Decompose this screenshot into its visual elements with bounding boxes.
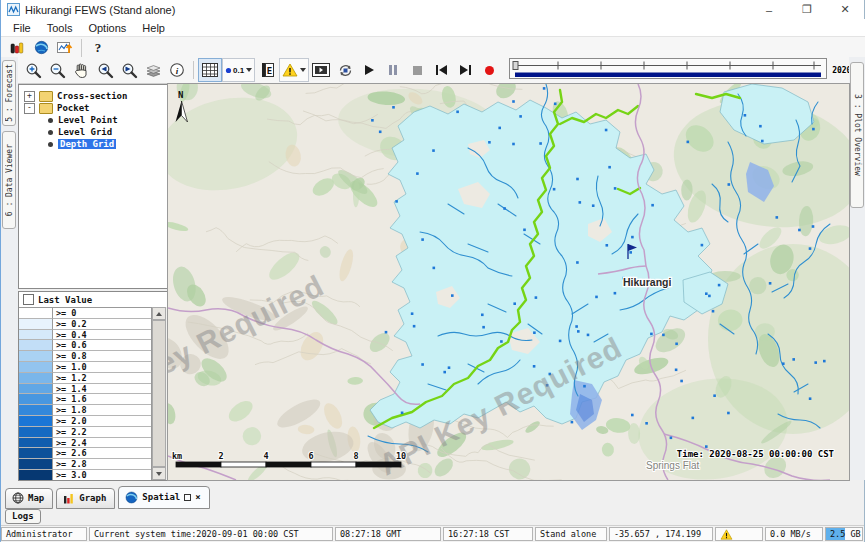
tree-item-level-point[interactable]: Level Point [19, 114, 167, 126]
scroll-down-icon[interactable] [152, 467, 166, 480]
maximize-button[interactable]: ❐ [788, 0, 826, 19]
status-bar: Administrator Current system time:2020-0… [1, 525, 864, 542]
zoom-next-icon[interactable] [117, 58, 141, 82]
tree-item-cross-section[interactable]: +Cross-section [19, 90, 167, 102]
map-view[interactable]: API Key RequiredAPI Key Required Hikuran… [168, 84, 849, 480]
legend-row: >= 2.0 [19, 416, 152, 427]
legend-class-label: >= 0.2 [53, 319, 152, 330]
menu-item-file[interactable]: File [5, 21, 39, 35]
node-dot-icon [48, 118, 53, 123]
contour-interval-value: 0.1 [233, 66, 244, 75]
svg-text:km: km [172, 451, 182, 461]
layers-icon[interactable] [141, 58, 165, 82]
legend-color-swatch [19, 340, 53, 351]
grid-display-icon[interactable] [198, 58, 222, 82]
legend-row: >= 1.0 [19, 362, 152, 373]
contour-interval-dropdown[interactable]: 0.1 [222, 58, 255, 82]
tab-close-icon[interactable]: × [195, 492, 200, 502]
step-back-button[interactable] [429, 58, 453, 82]
legend-scrollbar[interactable] [151, 307, 167, 480]
explorer-icon[interactable] [5, 36, 29, 60]
record-button[interactable] [477, 58, 501, 82]
legend-color-swatch [19, 405, 53, 416]
legend-toggle-icon[interactable]: E [255, 58, 279, 82]
svg-text:8: 8 [353, 451, 358, 461]
stop-button[interactable] [405, 58, 429, 82]
export-animation-icon[interactable] [333, 58, 357, 82]
tab-map[interactable]: Map [5, 488, 53, 509]
tree-item-depth-grid[interactable]: Depth Grid [19, 138, 167, 150]
logs-bar: Logs [1, 509, 864, 525]
legend-class-list: >= 0>= 0.2>= 0.4>= 0.6>= 0.8>= 1.0>= 1.2… [19, 307, 152, 480]
zoom-out-icon[interactable] [45, 58, 69, 82]
tab-logs[interactable]: Logs [5, 509, 41, 524]
legend-color-swatch [19, 416, 53, 427]
legend-row: >= 3.0 [19, 470, 152, 481]
svg-text:4: 4 [263, 451, 268, 461]
legend-color-swatch [19, 394, 53, 405]
menu-bar: FileToolsOptionsHelp [1, 19, 865, 36]
status-memory: 2.5 GB [825, 527, 863, 541]
tab-forecast[interactable]: 5 : Forecast [2, 60, 16, 126]
globe-icon[interactable] [29, 36, 53, 60]
svg-text:N: N [178, 90, 183, 100]
locality-label: Springs Flat [646, 460, 700, 471]
tab-data-viewer[interactable]: 6 : Data Viewer [2, 131, 16, 229]
legend-class-label: >= 0 [53, 308, 152, 319]
legend-row: >= 2.2 [19, 427, 152, 438]
minimize-button[interactable]: – [750, 0, 788, 19]
zoom-previous-icon[interactable] [93, 58, 117, 82]
legend-panel: Last Value >= 0>= 0.2>= 0.4>= 0.6>= 0.8>… [18, 291, 168, 481]
wireframe-globe-icon [12, 492, 24, 504]
legend-color-swatch [19, 330, 53, 341]
last-value-checkbox[interactable] [23, 294, 34, 305]
status-warning-cell[interactable] [715, 527, 763, 541]
play-button[interactable] [357, 58, 381, 82]
legend-class-label: >= 1.6 [53, 394, 152, 405]
tab-maximize-icon[interactable] [184, 494, 191, 501]
filter-tree-panel: +Cross-section-PocketLevel PointLevel Gr… [18, 84, 168, 289]
legend-color-swatch [19, 470, 53, 481]
toolbar-separator [193, 61, 194, 79]
display-series-icon[interactable] [53, 36, 77, 60]
tab-plot-overview[interactable]: 3 : Plot Overview [850, 62, 864, 208]
legend-color-swatch [19, 373, 53, 384]
app-window: Hikurangi FEWS (Stand alone) – ❐ ✕ FileT… [0, 0, 865, 542]
main-toolbar: ? [1, 36, 865, 58]
menu-item-help[interactable]: Help [134, 21, 173, 35]
info-icon[interactable]: i [165, 58, 189, 82]
scroll-up-icon[interactable] [152, 307, 166, 320]
menu-item-options[interactable]: Options [80, 21, 134, 35]
tree-item-level-grid[interactable]: Level Grid [19, 126, 167, 138]
pause-button[interactable] [381, 58, 405, 82]
tab-graph[interactable]: Graph [56, 488, 115, 509]
node-dot-icon [48, 130, 53, 135]
zoom-in-icon[interactable] [21, 58, 45, 82]
scrollbar-thumb[interactable] [152, 320, 166, 467]
legend-row: >= 2.8 [19, 459, 152, 470]
tree-item-label: Pocket [57, 103, 90, 113]
tab-spatial[interactable]: Spatial × [118, 486, 209, 509]
help-button[interactable]: ? [86, 36, 110, 60]
tree-expander-icon[interactable]: - [24, 103, 35, 114]
legend-class-label: >= 0.6 [53, 340, 152, 351]
time-slider[interactable] [509, 58, 827, 83]
tree-expander-icon[interactable]: + [24, 91, 35, 102]
animation-player-icon[interactable] [309, 58, 333, 82]
bottom-tab-bar: Map Graph Spatial × [1, 486, 864, 509]
legend-color-swatch [19, 384, 53, 395]
close-button[interactable]: ✕ [826, 0, 864, 19]
app-icon [7, 3, 20, 16]
menu-item-tools[interactable]: Tools [39, 21, 81, 35]
tree-item-pocket[interactable]: -Pocket [19, 102, 167, 114]
chevron-down-icon [246, 68, 252, 72]
pan-hand-icon[interactable] [69, 58, 93, 82]
legend-class-label: >= 1.0 [53, 362, 152, 373]
thresholds-warning-dropdown[interactable] [279, 58, 309, 82]
legend-row: >= 2.6 [19, 448, 152, 459]
legend-color-swatch [19, 438, 53, 449]
step-forward-button[interactable] [453, 58, 477, 82]
legend-class-label: >= 2.2 [53, 427, 152, 438]
status-system-time: Current system time:2020-09-01 00:00 CST [89, 527, 333, 541]
legend-row: >= 1.6 [19, 394, 152, 405]
